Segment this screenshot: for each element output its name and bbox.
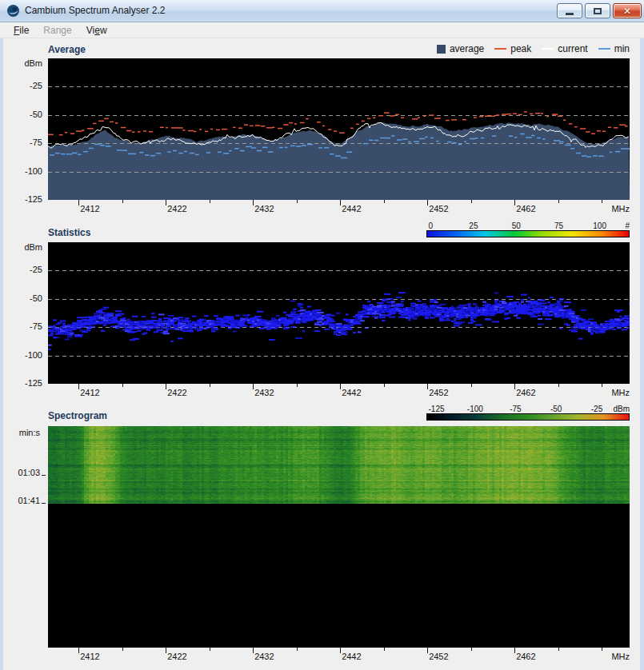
x-tick xyxy=(78,200,79,205)
scale-label: 50 xyxy=(512,221,521,230)
window-title: Cambium Spectrum Analyser 2.2 xyxy=(25,5,165,16)
x-minor-tick xyxy=(210,384,210,387)
spectrogram-panel-title: Spectrogram xyxy=(48,410,107,421)
legend-label: min xyxy=(614,43,630,54)
x-minor-tick xyxy=(210,648,210,651)
statistics-color-scale xyxy=(426,230,630,237)
y-axis-unit: dBm xyxy=(24,58,42,68)
x-tick-label: 2432 xyxy=(254,652,274,661)
x-tick xyxy=(340,200,341,205)
menu-item-view[interactable]: View xyxy=(79,23,114,38)
x-tick xyxy=(340,648,341,653)
scale-label: 75 xyxy=(554,221,563,230)
x-tick xyxy=(514,384,515,389)
legend-item-min: min xyxy=(598,43,630,54)
x-tick-label: 2422 xyxy=(167,388,186,397)
statistics-scale-labels: 0255075100# xyxy=(426,221,630,230)
statistics-plot-canvas xyxy=(48,242,630,384)
x-minor-tick xyxy=(558,648,559,651)
legend-item-average: average xyxy=(437,43,484,54)
y-tick-label: -50 xyxy=(30,110,42,119)
x-minor-tick xyxy=(210,200,210,203)
average-legend: averagepeakcurrentmin xyxy=(437,43,630,54)
x-tick-label: 2462 xyxy=(516,388,535,397)
x-minor-tick xyxy=(602,648,602,651)
x-tick-label: 2432 xyxy=(254,388,274,397)
x-tick xyxy=(514,648,515,653)
spectrogram-time-tick xyxy=(42,503,46,504)
close-button[interactable]: ✕ xyxy=(613,3,642,18)
x-tick-label: 2422 xyxy=(167,652,186,661)
x-tick-label: 2452 xyxy=(429,204,448,213)
spectrogram-color-scale xyxy=(426,413,630,421)
y-axis-unit: dBm xyxy=(24,242,42,252)
x-tick-label: 2412 xyxy=(80,388,99,397)
y-tick-label: -75 xyxy=(30,321,42,331)
spectrogram-time-axis: min:s 01:0301:41 xyxy=(2,426,46,648)
legend-swatch-peak xyxy=(494,48,506,50)
spectrogram-time-label: 01:03 xyxy=(18,468,45,477)
scale-label: -125 xyxy=(429,405,445,413)
x-minor-tick xyxy=(122,200,123,203)
menu-item-file[interactable]: File xyxy=(6,23,36,38)
x-tick-label: 2432 xyxy=(254,204,274,213)
x-minor-tick xyxy=(602,384,602,387)
x-minor-tick xyxy=(558,384,559,387)
x-tick-label: 2462 xyxy=(516,652,535,661)
y-tick-label: -125 xyxy=(25,378,42,388)
maximize-icon xyxy=(594,8,602,14)
x-minor-tick xyxy=(471,200,472,203)
x-minor-tick xyxy=(558,200,559,203)
spectrogram-x-axis: 241224222432244224522462MHz xyxy=(48,648,630,664)
x-minor-tick xyxy=(471,384,472,387)
x-tick-label: 2452 xyxy=(429,652,448,661)
y-tick-label: -100 xyxy=(25,166,42,176)
legend-label: current xyxy=(558,43,587,54)
x-tick xyxy=(253,648,254,653)
x-tick-label: 2412 xyxy=(80,204,99,213)
x-tick-label: 2422 xyxy=(167,204,186,213)
x-tick xyxy=(340,384,341,389)
maximize-button[interactable] xyxy=(585,3,610,18)
scale-label: dBm xyxy=(613,405,630,413)
spectrogram-scale-labels: -125-100-75-50-25dBm xyxy=(426,405,630,413)
app-window: Cambium Spectrum Analyser 2.2 ✕ FileRang… xyxy=(0,0,644,670)
legend-item-current: current xyxy=(542,43,587,54)
titlebar: Cambium Spectrum Analyser 2.2 ✕ xyxy=(0,0,644,22)
average-panel-title: Average xyxy=(48,44,86,55)
average-plot-canvas xyxy=(48,58,630,200)
legend-swatch-min xyxy=(598,48,610,50)
legend-swatch-average xyxy=(437,45,446,54)
x-tick xyxy=(514,200,515,205)
scale-label: -50 xyxy=(550,405,562,413)
x-tick xyxy=(166,384,166,389)
average-y-axis: dBm-25-50-75-100-125 xyxy=(2,58,45,200)
legend-label: peak xyxy=(510,43,531,54)
scale-label: -100 xyxy=(467,405,483,413)
x-minor-tick xyxy=(384,384,385,387)
y-tick-label: -50 xyxy=(30,293,42,303)
y-tick-label: -75 xyxy=(30,138,42,147)
x-tick-label: 2412 xyxy=(80,652,99,661)
menu-item-range: Range xyxy=(36,23,78,38)
y-tick-label: -125 xyxy=(25,194,42,204)
x-minor-tick xyxy=(297,384,298,387)
scale-label: -25 xyxy=(591,405,602,413)
window-border-right xyxy=(640,38,644,670)
y-tick-label: -25 xyxy=(30,265,42,274)
x-minor-tick xyxy=(471,648,472,651)
x-tick-label: 2452 xyxy=(429,388,448,397)
scale-label: # xyxy=(625,221,630,230)
close-icon: ✕ xyxy=(623,6,631,16)
spectrogram-plot-canvas xyxy=(48,426,630,648)
scale-label: 25 xyxy=(469,221,478,230)
statistics-y-axis: dBm-25-50-75-100-125 xyxy=(2,242,45,384)
x-minor-tick xyxy=(297,648,298,651)
scale-label: 100 xyxy=(593,221,606,230)
statistics-x-axis: 241224222432244224522462MHz xyxy=(48,384,630,400)
minimize-button[interactable] xyxy=(557,3,582,18)
x-axis-unit: MHz xyxy=(611,652,630,661)
x-tick xyxy=(166,200,166,205)
minimize-icon xyxy=(566,13,574,15)
statistics-panel-title: Statistics xyxy=(48,227,90,238)
